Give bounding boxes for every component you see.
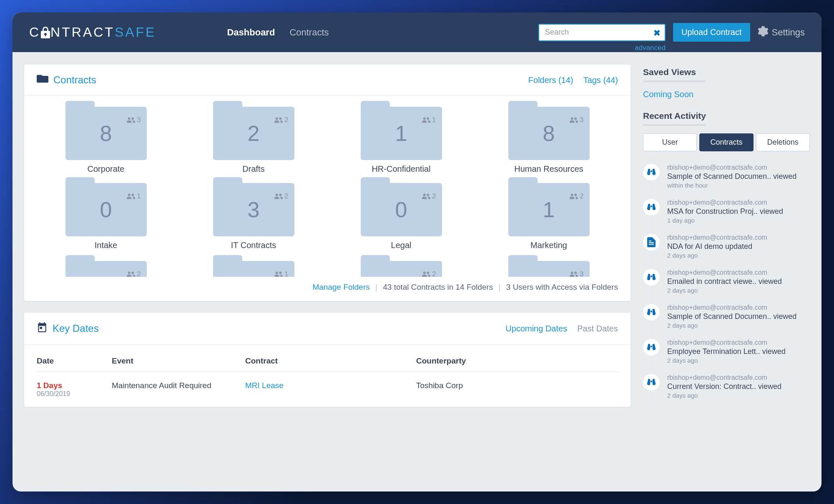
past-dates-link[interactable]: Past Dates <box>577 324 618 333</box>
advanced-search-link[interactable]: advanced <box>635 44 666 52</box>
recent-activity-section: Recent Activity User Contracts Deletions… <box>643 111 810 404</box>
activity-item[interactable]: rbishop+demo@contractsafe.comNDA for AI … <box>643 229 810 264</box>
folder-item[interactable]: 21Marketing <box>480 183 618 250</box>
folder-users: 2 <box>422 192 436 201</box>
activity-item[interactable]: rbishop+demo@contractsafe.comEmployee Te… <box>643 334 810 369</box>
col-contract: Contract <box>245 356 416 366</box>
folder-users: 1 <box>127 192 141 201</box>
folder-shape: 2 <box>65 261 147 277</box>
folder-item[interactable]: 2 <box>332 261 470 277</box>
folder-count: 0 <box>395 197 407 222</box>
contracts-summary-1: 43 total Contracts in 14 Folders <box>383 283 493 291</box>
folder-item[interactable]: 3 <box>480 261 618 277</box>
activity-msg: Current Version: Contract.. viewed <box>667 382 781 391</box>
folder-icon <box>37 74 48 86</box>
sidebar: Saved Views Coming Soon Recent Activity … <box>643 65 810 491</box>
header-right: ✖ advanced Upload Contract Settings <box>538 23 805 42</box>
content: Contracts Folders (14) Tags (44) 38Corpo… <box>13 52 821 491</box>
folder-shape: 38 <box>508 107 590 160</box>
activity-item[interactable]: rbishop+demo@contractsafe.comSample of S… <box>643 159 810 194</box>
keydates-title-text[interactable]: Key Dates <box>53 323 99 334</box>
binoculars-icon <box>643 374 660 391</box>
keydates-title: Key Dates <box>37 322 99 335</box>
activity-item[interactable]: rbishop+demo@contractsafe.comMSA for Con… <box>643 194 810 229</box>
activity-user: rbishop+demo@contractsafe.com <box>667 199 783 206</box>
folders-link[interactable]: Folders (14) <box>528 75 573 85</box>
logo-safe: SAFE <box>115 25 156 40</box>
activity-user: rbishop+demo@contractsafe.com <box>667 304 796 311</box>
clear-icon[interactable]: ✖ <box>653 28 661 38</box>
activity-item[interactable]: rbishop+demo@contractsafe.comEmailed in … <box>643 264 810 299</box>
search-input[interactable] <box>538 24 666 41</box>
main: Contracts Folders (14) Tags (44) 38Corpo… <box>24 65 631 491</box>
activity-text: rbishop+demo@contractsafe.comEmployee Te… <box>667 339 786 364</box>
folder-item[interactable]: 2 <box>37 261 175 277</box>
keydates-row[interactable]: 1 Days 06/30/2019 Maintenance Audit Requ… <box>37 372 618 398</box>
activity-list: rbishop+demo@contractsafe.comSample of S… <box>643 159 810 404</box>
keydates-header: Key Dates Upcoming Dates Past Dates <box>24 313 631 345</box>
nav: Dashboard Contracts <box>227 27 329 38</box>
kd-contract-link[interactable]: MRI Lease <box>245 381 416 398</box>
upload-contract-button[interactable]: Upload Contract <box>673 23 750 42</box>
search-wrap: ✖ advanced <box>538 24 666 41</box>
folder-users: 2 <box>422 270 436 277</box>
folder-label: Marketing <box>480 241 618 250</box>
coming-soon-link[interactable]: Coming Soon <box>643 90 810 99</box>
recent-activity-title: Recent Activity <box>643 111 706 126</box>
folder-label: Human Resources <box>480 164 618 174</box>
activity-time: 2 days ago <box>667 322 796 329</box>
folder-item[interactable]: 11HR-Confidential <box>332 107 470 174</box>
binoculars-icon <box>643 304 660 321</box>
activity-time: 2 days ago <box>667 287 782 294</box>
folder-shape: 2 <box>361 261 442 277</box>
binoculars-icon <box>643 199 660 216</box>
folder-item[interactable]: 22Drafts <box>184 107 323 174</box>
logo: C NTRACT SAFE <box>29 25 156 40</box>
activity-item[interactable]: rbishop+demo@contractsafe.comSample of S… <box>643 299 810 334</box>
activity-text: rbishop+demo@contractsafe.comCurrent Ver… <box>667 374 781 399</box>
nav-dashboard[interactable]: Dashboard <box>227 27 275 38</box>
tab-user[interactable]: User <box>643 133 697 151</box>
folder-item[interactable]: 1 <box>184 261 323 277</box>
binoculars-icon <box>643 164 660 181</box>
settings-link[interactable]: Settings <box>758 26 805 39</box>
col-event: Event <box>112 356 245 366</box>
activity-text: rbishop+demo@contractsafe.comEmailed in … <box>667 269 782 294</box>
folder-grid: 38Corporate22Drafts11HR-Confidential38Hu… <box>24 96 631 250</box>
tags-link[interactable]: Tags (44) <box>583 75 618 85</box>
activity-tabs: User Contracts Deletions <box>643 133 810 151</box>
activity-user: rbishop+demo@contractsafe.com <box>667 269 782 276</box>
contracts-title-text[interactable]: Contracts <box>53 74 96 86</box>
folder-shape: 38 <box>65 107 147 160</box>
kd-event: Maintenance Audit Required <box>112 381 245 398</box>
tab-contracts[interactable]: Contracts <box>699 133 753 151</box>
folder-count: 8 <box>543 121 555 146</box>
folder-users: 2 <box>127 270 141 277</box>
folder-shape: 22 <box>213 107 294 160</box>
folder-shape: 23 <box>213 183 294 236</box>
folder-users: 3 <box>127 116 141 124</box>
folder-label: Corporate <box>37 164 175 174</box>
nav-contracts[interactable]: Contracts <box>289 27 329 38</box>
folder-count: 3 <box>248 197 260 222</box>
manage-folders-link[interactable]: Manage Folders <box>312 283 369 291</box>
upcoming-dates-link[interactable]: Upcoming Dates <box>505 324 567 333</box>
folder-count: 1 <box>395 121 407 146</box>
folder-label: HR-Confidential <box>332 164 470 174</box>
kd-date: 1 Days 06/30/2019 <box>37 381 112 398</box>
contracts-title: Contracts <box>37 74 96 86</box>
activity-time: 2 days ago <box>667 252 767 259</box>
folder-item[interactable]: 38Corporate <box>37 107 175 174</box>
activity-msg: Sample of Scanned Documen.. viewed <box>667 172 796 181</box>
tab-deletions[interactable]: Deletions <box>756 133 810 151</box>
folder-item[interactable]: 38Human Resources <box>480 107 618 174</box>
activity-user: rbishop+demo@contractsafe.com <box>667 339 786 346</box>
contracts-summary-2: 3 Users with Access via Folders <box>506 283 618 291</box>
folder-shape: 11 <box>361 107 442 160</box>
activity-item[interactable]: rbishop+demo@contractsafe.comCurrent Ver… <box>643 369 810 404</box>
kd-days: 1 Days <box>37 381 112 390</box>
folder-item[interactable]: 10Intake <box>37 183 175 250</box>
folder-item[interactable]: 23IT Contracts <box>184 183 323 250</box>
folder-item[interactable]: 20Legal <box>332 183 470 250</box>
folder-shape: 10 <box>65 183 147 236</box>
